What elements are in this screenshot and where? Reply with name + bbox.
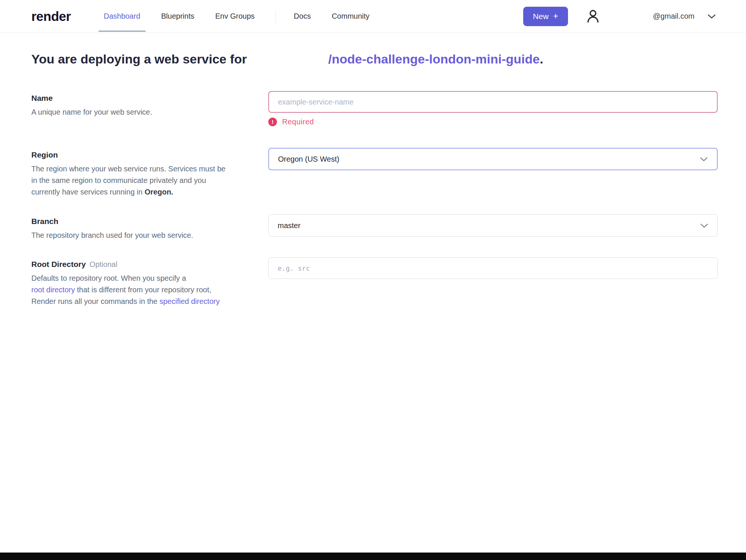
region-description: The region where your web service runs. …	[31, 163, 250, 198]
main-content: You are deploying a web service for/node…	[0, 51, 746, 307]
root-directory-field-column	[268, 257, 718, 279]
new-button[interactable]: New +	[523, 7, 568, 26]
branch-select-value: master	[278, 221, 700, 230]
region-label-column: Region The region where your web service…	[31, 148, 250, 198]
new-button-label: New	[533, 12, 549, 21]
account-chevron-down-icon[interactable]	[707, 14, 716, 19]
name-description: A unique name for your web service.	[31, 106, 250, 118]
root-directory-label-column: Root DirectoryOptional Defaults to repos…	[31, 257, 250, 307]
plus-icon: +	[553, 11, 558, 21]
nav-item-dashboard[interactable]: Dashboard	[104, 12, 140, 21]
root-directory-input[interactable]	[268, 257, 718, 279]
branch-label-column: Branch The repository branch used for yo…	[31, 214, 250, 241]
repo-link[interactable]: /node-challenge-london-mini-guide	[328, 52, 540, 66]
branch-description: The repository branch used for your web …	[31, 230, 250, 241]
region-desc-line1: The region where your web service runs. …	[31, 165, 225, 173]
root-directory-link[interactable]: root directory	[31, 286, 75, 294]
root-directory-label-text: Root Directory	[31, 260, 86, 268]
region-select[interactable]: Oregon (US West)	[268, 148, 718, 170]
branch-label: Branch	[31, 216, 250, 227]
form-row-root-directory: Root DirectoryOptional Defaults to repos…	[31, 257, 718, 307]
root-desc-line1: Defaults to repository root. When you sp…	[31, 274, 186, 282]
name-label: Name	[31, 93, 250, 103]
region-desc-oregon: Oregon.	[144, 188, 173, 196]
nav-item-blueprints[interactable]: Blueprints	[161, 12, 194, 21]
region-desc-line3: currently have services running in	[31, 188, 144, 196]
user-profile-icon[interactable]	[585, 9, 601, 24]
render-logo[interactable]: render	[31, 9, 71, 24]
region-desc-line2: in the same region to communicate privat…	[31, 176, 206, 184]
branch-chevron-down-icon	[700, 223, 708, 228]
branch-field-column: master	[268, 214, 718, 237]
nav-divider	[275, 10, 276, 23]
redacted-repo-owner	[247, 60, 328, 63]
region-field-column: Oregon (US West)	[268, 148, 718, 170]
region-label: Region	[31, 150, 250, 160]
bottom-bar	[0, 553, 746, 560]
region-chevron-down-icon	[700, 157, 708, 162]
root-desc-line2: that is different from your repository r…	[75, 286, 211, 294]
error-alert-icon: !	[268, 118, 277, 126]
name-label-column: Name A unique name for your web service.	[31, 91, 250, 118]
page-title-suffix: .	[540, 52, 543, 66]
page-title-prefix: You are deploying a web service for	[31, 52, 247, 66]
page-title: You are deploying a web service for/node…	[31, 51, 718, 67]
nav-item-env-groups[interactable]: Env Groups	[215, 12, 255, 21]
service-name-input[interactable]	[268, 91, 718, 113]
form-row-branch: Branch The repository branch used for yo…	[31, 214, 718, 241]
nav-item-docs[interactable]: Docs	[294, 12, 311, 21]
specified-directory-link[interactable]: specified directory	[160, 297, 220, 305]
root-directory-description: Defaults to repository root. When you sp…	[31, 273, 250, 307]
top-nav: render Dashboard Blueprints Env Groups D…	[0, 0, 746, 33]
name-error-row: ! Required	[268, 118, 718, 126]
account-email[interactable]: @gmail.com	[653, 12, 695, 21]
region-select-value: Oregon (US West)	[278, 155, 700, 164]
deploy-form: Name A unique name for your web service.…	[31, 91, 718, 307]
nav-item-community[interactable]: Community	[332, 12, 369, 21]
name-error-text: Required	[282, 118, 314, 126]
form-row-name: Name A unique name for your web service.…	[31, 91, 718, 126]
branch-select[interactable]: master	[268, 214, 718, 237]
name-field-column: ! Required	[268, 91, 718, 126]
form-row-region: Region The region where your web service…	[31, 148, 718, 198]
root-directory-label: Root DirectoryOptional	[31, 259, 250, 270]
optional-tag: Optional	[90, 260, 118, 268]
root-desc-line3: Render runs all your commands in the	[31, 297, 160, 305]
